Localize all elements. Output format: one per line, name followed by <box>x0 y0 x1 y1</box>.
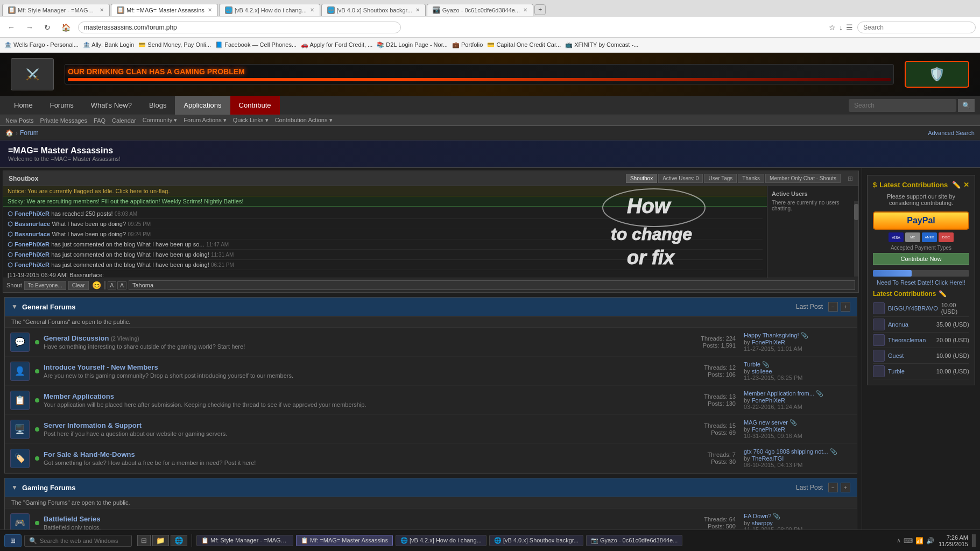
contrib-name-2[interactable]: Anonua <box>888 321 933 328</box>
settings-icon[interactable]: ☰ <box>846 23 853 32</box>
new-tab-button[interactable]: + <box>534 4 546 15</box>
tab-4[interactable]: 🌐 [vB 4.0.x] Shoutbox backgr... ✕ <box>321 4 426 16</box>
last-post-title-server[interactable]: MAG new server 📎 <box>744 419 797 426</box>
taskbar-task-view[interactable]: ⊟ <box>137 535 151 546</box>
general-forums-collapse-icon[interactable]: ▼ <box>11 303 18 310</box>
contrib-name-1[interactable]: BIGGUY45BRAVO <box>888 305 938 312</box>
shoutbox-tab-thanks[interactable]: Thanks <box>738 174 764 183</box>
nav-whats-new[interactable]: What's New? <box>82 96 140 115</box>
edit-icon[interactable]: ✏️ <box>952 181 961 189</box>
forward-button[interactable]: → <box>23 22 37 33</box>
last-post-user-general[interactable]: FonePhiXeR <box>752 339 785 345</box>
gaming-forums-collapse-icon[interactable]: ▼ <box>11 484 18 491</box>
taskbar-clock[interactable]: 7:26 AM 11/29/2015 <box>939 534 968 547</box>
for-sale-name[interactable]: For Sale & Hand-Me-Downs <box>44 450 682 458</box>
subnav-faq[interactable]: FAQ <box>94 117 105 124</box>
star-icon[interactable]: ☆ <box>829 23 836 32</box>
last-post-title-bf[interactable]: EA Down? 📎 <box>744 513 780 519</box>
start-button[interactable]: ⊞ <box>4 534 22 547</box>
advanced-search-link[interactable]: Advanced Search <box>928 130 975 136</box>
shoutbox-tab-user-tags[interactable]: User Tags <box>704 174 737 183</box>
tab-1-close[interactable]: ✕ <box>100 7 104 13</box>
taskbar-search-input[interactable] <box>40 538 127 544</box>
tab-1[interactable]: 📋 Mf: Style Manager - =MAG=... ✕ <box>2 4 110 16</box>
bookmark-wells-fargo[interactable]: 🏦 Wells Fargo - Personal... <box>4 41 79 48</box>
nav-blogs[interactable]: Blogs <box>140 96 175 115</box>
shoutbox-notice[interactable]: Notice: You are currently flagged as Idl… <box>3 186 767 196</box>
refresh-button[interactable]: ↻ <box>41 22 54 33</box>
bookmark-capital-one[interactable]: 💳 Capital One Credit Car... <box>487 41 561 48</box>
edit-latest-icon[interactable]: ✏️ <box>939 290 947 298</box>
taskbar-item-2[interactable]: 📋 Mf: =MAG= Master Assassins <box>296 535 393 546</box>
subnav-forum-actions[interactable]: Forum Actions ▾ <box>184 117 226 124</box>
taskbar-item-1[interactable]: 📋 Mf: Style Manager - =MAG=... <box>196 535 293 546</box>
contrib-name-3[interactable]: Theoracleman <box>888 337 933 343</box>
introduce-yourself-name[interactable]: Introduce Yourself - New Members <box>44 363 682 371</box>
browser-search-input[interactable] <box>857 22 976 33</box>
bookmark-d2l[interactable]: 📚 D2L Login Page - Nor... <box>377 41 448 48</box>
tab-5-close[interactable]: ✕ <box>523 7 527 13</box>
section-ctrl-minus[interactable]: − <box>828 302 838 312</box>
download-icon[interactable]: ↓ <box>839 23 843 32</box>
nav-forums[interactable]: Forums <box>41 96 82 115</box>
bookmark-portfolio[interactable]: 💼 Portfolio <box>452 41 483 48</box>
breadcrumb-home-icon[interactable]: 🏠 <box>5 129 13 137</box>
subnav-community[interactable]: Community ▾ <box>143 117 178 124</box>
taskbar-item-4[interactable]: 🌐 [vB 4.0.x] Shoutbox backgr... <box>489 535 583 546</box>
bookmark-facebook[interactable]: 📘 Facebook — Cell Phones... <box>215 41 297 48</box>
last-post-user-apps[interactable]: FonePhiXeR <box>752 397 785 404</box>
tab-3-close[interactable]: ✕ <box>310 7 314 13</box>
battlefield-name[interactable]: Battlefield Series <box>44 515 682 523</box>
tab-2-close[interactable]: ✕ <box>208 7 212 13</box>
last-post-title-intro[interactable]: Turble 📎 <box>744 361 770 368</box>
breadcrumb-forum-link[interactable]: Forum <box>20 129 39 137</box>
shoutbox-tab-member-chat[interactable]: Member Only Chat - Shouts <box>765 174 841 183</box>
shoutbox-tab-shoutbox[interactable]: Shoutbox <box>626 174 657 183</box>
subnav-calendar[interactable]: Calendar <box>112 117 136 124</box>
subnav-new-posts[interactable]: New Posts <box>5 117 34 124</box>
subnav-quick-links[interactable]: Quick Links ▾ <box>233 117 269 124</box>
taskbar-item-5[interactable]: 📷 Gyazo - 0c61c0dfe6d3844e... <box>586 535 682 546</box>
taskbar-show-desktop[interactable] <box>972 534 976 547</box>
shoutbox-tab-active-users[interactable]: Active Users: 0 <box>658 174 703 183</box>
tab-2[interactable]: 📋 Mf: =MAG= Master Assassins ✕ <box>111 4 218 16</box>
section-ctrl-plus[interactable]: + <box>841 302 850 312</box>
bookmark-ally[interactable]: 🏦 Ally: Bank Login <box>83 41 134 48</box>
tab-5[interactable]: 📷 Gyazo - 0c61c0dfe6d3844e... ✕ <box>427 4 533 16</box>
last-post-user-server[interactable]: FonePhiXeR <box>752 426 785 433</box>
taskbar-wifi-icon[interactable]: 📶 <box>915 537 923 545</box>
gaming-ctrl-minus[interactable]: − <box>828 483 838 492</box>
general-discussion-name[interactable]: General Discussion (2 Viewing) <box>44 334 682 342</box>
contribute-now-button[interactable]: Contribute Now <box>873 253 969 265</box>
server-info-name[interactable]: Server Information & Support <box>44 421 682 429</box>
site-search-input[interactable] <box>849 99 956 112</box>
subnav-contribution-actions[interactable]: Contribution Actions ▾ <box>275 117 333 124</box>
paypal-button[interactable]: PayPal <box>873 211 969 230</box>
taskbar-volume-icon[interactable]: 🔊 <box>926 537 934 545</box>
member-applications-name[interactable]: Member Applications <box>44 392 682 400</box>
last-post-user-sale[interactable]: TheRealTGI <box>751 455 784 462</box>
last-post-title-sale[interactable]: gtx 760 4gb 180$ shipping not... 📎 <box>744 448 837 455</box>
reset-date-link[interactable]: Need To Reset Date!! Click Here!! <box>873 279 969 286</box>
nav-contribute[interactable]: Contribute <box>230 96 280 115</box>
url-input[interactable] <box>78 22 401 33</box>
nav-home[interactable]: Home <box>5 96 41 115</box>
bookmark-ford[interactable]: 🚗 Apply for Ford Credit, ... <box>301 41 372 48</box>
shout-to-button[interactable]: To Everyone... <box>24 281 66 290</box>
nav-applications[interactable]: Applications <box>175 96 230 115</box>
search-button[interactable]: 🔍 <box>958 99 975 112</box>
taskbar-keyboard-icon[interactable]: ⌨ <box>904 537 913 545</box>
tab-4-close[interactable]: ✕ <box>415 7 420 13</box>
home-button[interactable]: 🏠 <box>58 22 74 33</box>
bookmark-paypal[interactable]: 💳 Send Money, Pay Onli... <box>138 41 211 48</box>
close-contributions-icon[interactable]: ✕ <box>963 181 969 189</box>
shout-emoji-icon[interactable]: 😊 <box>92 281 101 289</box>
gaming-ctrl-plus[interactable]: + <box>841 483 850 492</box>
last-post-user-bf[interactable]: sharppy <box>752 520 773 526</box>
contrib-name-4[interactable]: Guest <box>888 352 933 359</box>
back-button[interactable]: ← <box>4 22 18 33</box>
last-post-title-general[interactable]: Happy Thanksgiving! 📎 <box>744 332 808 338</box>
bookmark-xfinity[interactable]: 📺 XFINITY by Comcast -... <box>565 41 638 48</box>
contrib-name-5[interactable]: Turble <box>888 368 933 375</box>
taskbar-ie-icon[interactable]: 🌐 <box>171 535 187 546</box>
